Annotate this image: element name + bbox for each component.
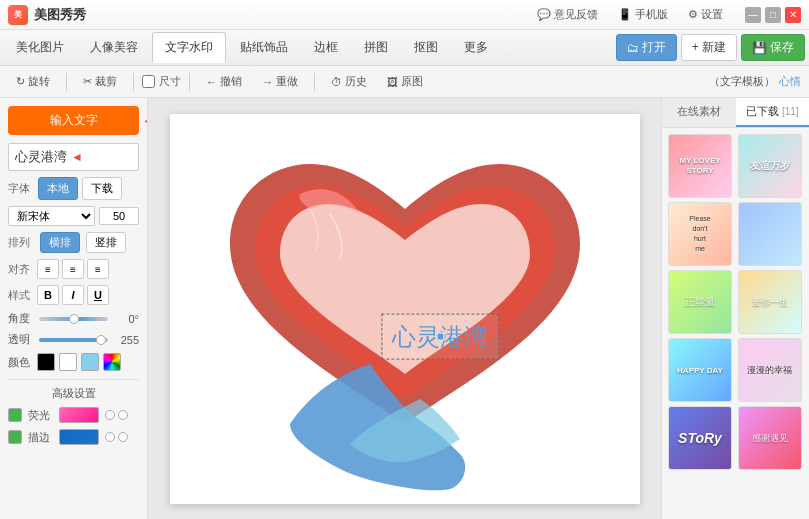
font-tab-download[interactable]: 下载: [82, 177, 122, 200]
redo-icon: →: [262, 76, 273, 88]
template-text-6: 爱你一生: [750, 294, 790, 311]
align-left-btn[interactable]: ≡: [37, 259, 59, 279]
title-bar-left: 美 美图秀秀: [8, 5, 86, 25]
angle-thumb[interactable]: [69, 314, 79, 324]
nav-item-watermark[interactable]: 文字水印: [152, 32, 226, 63]
font-size-input[interactable]: [99, 207, 139, 225]
template-item-7[interactable]: HAPPY DAY: [668, 338, 732, 402]
nav-item-cutout[interactable]: 抠图: [402, 33, 450, 62]
redo-btn[interactable]: → 重做: [254, 71, 306, 92]
opacity-slider[interactable]: [39, 338, 108, 342]
glow-row: 荧光: [8, 407, 139, 423]
stroke-color-blue[interactable]: [59, 429, 99, 445]
color-black[interactable]: [37, 353, 55, 371]
toolbar: ↻ 旋转 ✂ 裁剪 尺寸 ← 撤销 → 重做 ⏱ 历史 🖼 原图 （文字模板） …: [0, 66, 809, 98]
history-btn[interactable]: ⏱ 历史: [323, 71, 375, 92]
settings-btn[interactable]: ⚙ 设置: [682, 5, 729, 24]
template-text-2: 友谊万岁: [748, 157, 792, 175]
nav-item-portrait[interactable]: 人像美容: [78, 33, 150, 62]
advanced-section: 高级设置 荧光 描边: [8, 379, 139, 445]
font-select[interactable]: 新宋体: [8, 206, 95, 226]
stroke-radio-2[interactable]: [118, 432, 128, 442]
canvas-text-box[interactable]: 心灵港湾: [381, 313, 499, 359]
app-title: 美图秀秀: [34, 6, 86, 24]
align-right-btn[interactable]: ≡: [87, 259, 109, 279]
tab-online[interactable]: 在线素材: [662, 98, 736, 127]
arrange-vertical-btn[interactable]: 竖排: [86, 232, 126, 253]
template-item-9[interactable]: SToRy: [668, 406, 732, 470]
bold-btn[interactable]: B: [37, 285, 59, 305]
template-item-10[interactable]: 感谢遇见: [738, 406, 802, 470]
template-text-5: 正能量: [683, 293, 717, 311]
save-btn[interactable]: 💾 保存: [741, 34, 805, 61]
opacity-row: 透明 255: [8, 332, 139, 347]
nav-item-collage[interactable]: 拼图: [352, 33, 400, 62]
style-row: 样式 B I U: [8, 285, 139, 305]
template-text-8: 漫漫的幸福: [745, 362, 794, 379]
mobile-icon: 📱: [618, 8, 632, 21]
nav-item-sticker[interactable]: 贴纸饰品: [228, 33, 300, 62]
mobile-btn[interactable]: 📱 手机版: [612, 5, 674, 24]
minimize-btn[interactable]: —: [745, 7, 761, 23]
color-white[interactable]: [59, 353, 77, 371]
text-input-field[interactable]: 心灵港湾 ◄: [8, 143, 139, 171]
underline-btn[interactable]: U: [87, 285, 109, 305]
toolbar-sep-3: [189, 73, 190, 91]
maximize-btn[interactable]: □: [765, 7, 781, 23]
gear-icon: ⚙: [688, 8, 698, 21]
template-select[interactable]: （文字模板） 心情: [709, 74, 801, 89]
arrow-indicator: ◄: [141, 112, 148, 130]
template-item-4[interactable]: [738, 202, 802, 266]
color-cyan[interactable]: [81, 353, 99, 371]
new-btn[interactable]: + 新建: [681, 34, 737, 61]
nav-item-more[interactable]: 更多: [452, 33, 500, 62]
template-item-3[interactable]: Pleasedon'thurtme: [668, 202, 732, 266]
original-icon: 🖼: [387, 76, 398, 88]
glow-radio: [105, 410, 128, 420]
template-item-2[interactable]: 友谊万岁: [738, 134, 802, 198]
opacity-thumb[interactable]: [96, 335, 106, 345]
stroke-radio-1[interactable]: [105, 432, 115, 442]
crop-btn[interactable]: ✂ 裁剪: [75, 71, 125, 92]
size-check-input[interactable]: [142, 75, 155, 88]
left-panel: 输入文字 ◄ 心灵港湾 ◄ 字体 本地 下载 新宋体 排列 横排 竖排: [0, 98, 148, 519]
undo-btn[interactable]: ← 撤销: [198, 71, 250, 92]
color-rainbow[interactable]: [103, 353, 121, 371]
align-row: 对齐 ≡ ≡ ≡: [8, 259, 139, 279]
nav-item-border[interactable]: 边框: [302, 33, 350, 62]
canvas-drag-handle[interactable]: [436, 332, 444, 340]
input-text-btn[interactable]: 输入文字 ◄: [8, 106, 139, 135]
angle-slider[interactable]: [39, 317, 108, 321]
original-btn[interactable]: 🖼 原图: [379, 71, 431, 92]
feedback-btn[interactable]: 💬 意见反馈: [531, 5, 604, 24]
nav-right-buttons: 🗂 打开 + 新建 💾 保存: [616, 34, 805, 61]
font-tab-local[interactable]: 本地: [38, 177, 78, 200]
glow-radio-1[interactable]: [105, 410, 115, 420]
title-bar-right: 💬 意见反馈 📱 手机版 ⚙ 设置 — □ ✕: [531, 5, 801, 24]
arrange-horizontal-btn[interactable]: 横排: [40, 232, 80, 253]
nav-item-beautify[interactable]: 美化图片: [4, 33, 76, 62]
glow-checkbox[interactable]: [8, 408, 22, 422]
stroke-checkbox[interactable]: [8, 430, 22, 444]
glow-radio-2[interactable]: [118, 410, 128, 420]
align-center-btn[interactable]: ≡: [62, 259, 84, 279]
italic-btn[interactable]: I: [62, 285, 84, 305]
size-checkbox[interactable]: 尺寸: [142, 74, 181, 89]
history-icon: ⏱: [331, 76, 342, 88]
rotate-btn[interactable]: ↻ 旋转: [8, 71, 58, 92]
font-row: 新宋体: [8, 206, 139, 226]
tab-downloaded[interactable]: 已下载 [11]: [736, 98, 810, 127]
template-item-6[interactable]: 爱你一生: [738, 270, 802, 334]
canvas-wrapper[interactable]: 心灵港湾: [170, 114, 640, 504]
template-text-10: 感谢遇见: [750, 430, 790, 447]
template-item-5[interactable]: 正能量: [668, 270, 732, 334]
font-section: 字体 本地 下载 新宋体 排列 横排 竖排 对齐 ≡ ≡ ≡: [8, 177, 139, 445]
glow-color-pink[interactable]: [59, 407, 99, 423]
template-item-8[interactable]: 漫漫的幸福: [738, 338, 802, 402]
save-icon: 💾: [752, 41, 767, 55]
app-logo: 美: [8, 5, 28, 25]
open-btn[interactable]: 🗂 打开: [616, 34, 677, 61]
close-btn[interactable]: ✕: [785, 7, 801, 23]
template-value[interactable]: 心情: [779, 74, 801, 89]
template-item-1[interactable]: MY LOVEY STORY: [668, 134, 732, 198]
